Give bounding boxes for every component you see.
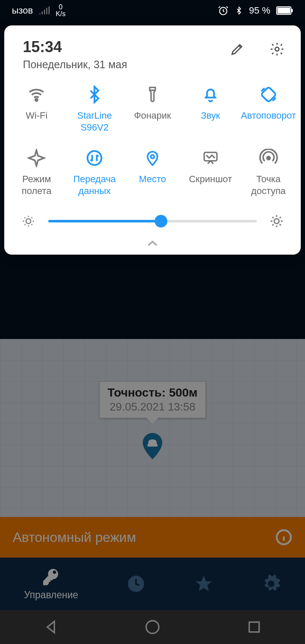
statusbar-notification-text: ызов xyxy=(12,5,33,16)
tile-autorotate[interactable]: Автоповорот xyxy=(239,85,297,133)
net-speed-top: 0 xyxy=(59,4,63,11)
svg-rect-3 xyxy=(291,9,293,12)
brightness-high-icon xyxy=(269,214,284,228)
qs-date: Понедельник, 31 мая xyxy=(23,58,127,71)
battery-icon xyxy=(276,6,293,15)
tile-wifi[interactable]: Wi-Fi xyxy=(8,85,66,133)
brightness-slider[interactable] xyxy=(48,220,257,222)
tile-label: Точка доступа xyxy=(239,173,297,197)
brightness-low-icon xyxy=(21,214,36,228)
svg-point-11 xyxy=(26,219,30,223)
tile-label: Передача данных xyxy=(66,173,124,197)
alarm-icon xyxy=(218,5,229,16)
tile-mobiledata[interactable]: Передача данных xyxy=(66,149,124,197)
tile-bluetooth[interactable]: StarLine S96V2 xyxy=(66,85,124,133)
svg-point-5 xyxy=(36,99,38,101)
svg-rect-2 xyxy=(277,8,290,14)
expand-handle[interactable] xyxy=(4,233,301,250)
battery-percent: 95 % xyxy=(249,5,270,16)
edit-icon[interactable] xyxy=(230,42,245,57)
svg-point-8 xyxy=(151,155,154,158)
tile-label: Место xyxy=(139,173,166,197)
slider-thumb[interactable] xyxy=(155,215,167,228)
net-speed-bottom: K/s xyxy=(56,11,66,17)
quick-settings-panel: 15:34 Понедельник, 31 мая Wi-Fi StarLine… xyxy=(4,25,301,255)
status-bar: ызов 0 K/s 95 % xyxy=(0,0,305,21)
tile-label: Звук xyxy=(201,110,220,133)
tile-sound[interactable]: Звук xyxy=(181,85,239,133)
flashlight-icon xyxy=(143,85,162,104)
airplane-icon xyxy=(27,149,46,167)
svg-point-12 xyxy=(274,219,279,223)
brightness-row xyxy=(4,206,301,233)
signal-icon xyxy=(39,6,50,15)
qs-time: 15:34 xyxy=(23,38,127,56)
tile-label: Wi-Fi xyxy=(26,110,47,133)
svg-point-4 xyxy=(275,47,279,51)
mobiledata-icon xyxy=(85,149,104,167)
tile-label: Автоповорот xyxy=(241,110,296,133)
bluetooth-icon xyxy=(85,85,104,104)
svg-point-7 xyxy=(88,151,102,165)
tile-label: Режим полета xyxy=(8,173,66,197)
tile-airplane[interactable]: Режим полета xyxy=(8,149,66,197)
tile-label: StarLine S96V2 xyxy=(66,110,124,133)
tile-screenshot[interactable]: Скриншот xyxy=(181,149,239,197)
svg-point-10 xyxy=(267,156,270,159)
tile-flashlight[interactable]: Фонарик xyxy=(124,85,182,133)
bluetooth-icon xyxy=(235,5,243,16)
autorotate-icon xyxy=(259,85,278,104)
qs-tiles-grid: Wi-Fi StarLine S96V2 Фонарик Звук Автопо… xyxy=(4,79,301,206)
tile-label: Скриншот xyxy=(189,173,232,197)
screenshot-icon xyxy=(201,149,220,167)
bell-icon xyxy=(201,85,220,104)
tile-label: Фонарик xyxy=(134,110,171,133)
hotspot-icon xyxy=(259,149,278,167)
gear-icon[interactable] xyxy=(269,42,285,57)
wifi-icon xyxy=(27,85,46,104)
tile-hotspot[interactable]: Точка доступа xyxy=(239,149,297,197)
tile-location[interactable]: Место xyxy=(124,149,182,197)
location-icon xyxy=(143,149,162,167)
